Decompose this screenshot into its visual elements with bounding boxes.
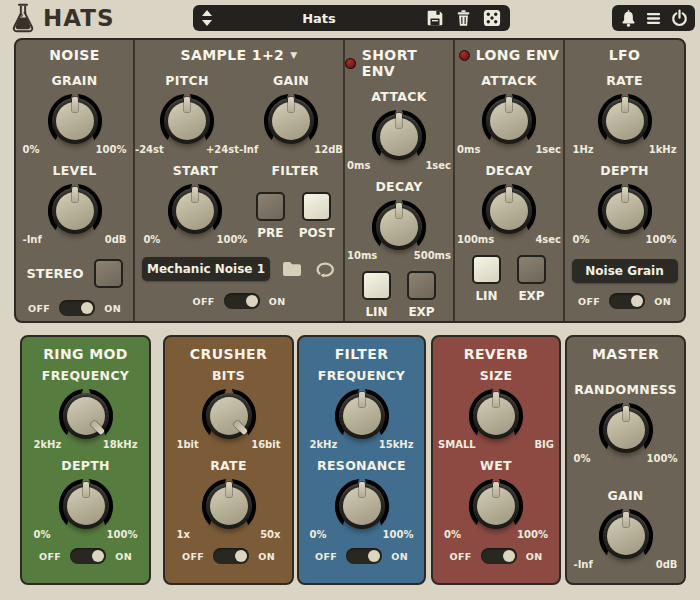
short-env-decay-group: DECAY 10ms500ms [347, 179, 451, 261]
reverb-power-toggle[interactable] [481, 548, 517, 564]
knob-body [602, 188, 648, 234]
crusher-bits-knob[interactable] [197, 385, 261, 447]
lfo-target-select[interactable]: Noise Grain [572, 259, 678, 283]
crusher-power-toggle[interactable] [213, 548, 249, 564]
lin-label: LIN [475, 289, 497, 303]
noise-power-toggle[interactable] [59, 300, 95, 316]
master-randomness-knob[interactable] [594, 399, 658, 461]
generators-panel: NOISE GRAIN 0%100% LEVEL -Inf0dB [14, 38, 686, 323]
knob-body [376, 204, 422, 250]
sample-section: SAMPLE 1+2 ▼ PITCH -24st+24st GAIN [135, 40, 345, 321]
off-label: OFF [449, 551, 471, 562]
noise-stereo-button[interactable] [94, 259, 123, 288]
knob-body [486, 188, 532, 234]
depth-label: DEPTH [61, 458, 110, 473]
dice-icon[interactable] [483, 9, 501, 27]
lfo-depth-knob[interactable] [593, 180, 657, 242]
noise-title: NOISE [49, 47, 99, 63]
lfo-section: LFO RATE 1Hz1kHz DEPTH 0%100% [565, 40, 684, 321]
pre-label: PRE [257, 226, 283, 240]
long-env-attack-knob[interactable] [477, 90, 541, 152]
noise-level-knob[interactable] [43, 180, 107, 242]
knob-body [164, 98, 210, 144]
knob-body [603, 407, 649, 453]
menu-icon[interactable] [644, 9, 663, 28]
attack-label: ATTACK [481, 73, 536, 88]
filter-resonance-knob[interactable] [330, 475, 394, 537]
filter-power-row: OFF ON [315, 548, 408, 564]
sample-power-toggle[interactable] [224, 293, 260, 309]
noise-grain-knob[interactable] [43, 90, 107, 152]
off-label: OFF [39, 551, 61, 562]
reverb-power-row: OFF ON [449, 548, 542, 564]
exp-button[interactable] [407, 271, 436, 300]
sample-start-knob[interactable] [163, 180, 227, 242]
preset-up-icon[interactable] [202, 10, 212, 16]
pre-button[interactable] [256, 192, 285, 221]
filter-frequency-knob[interactable] [330, 385, 394, 447]
long-env-exp: EXP [517, 255, 546, 303]
ring-mod-title: RING MOD [43, 346, 128, 362]
folder-icon[interactable] [282, 261, 302, 277]
short-env-section: SHORT ENV ATTACK 0ms1sec DECAY [345, 40, 455, 321]
short-env-attack-group: ATTACK 0ms1sec [347, 89, 451, 171]
exp-button[interactable] [517, 255, 546, 284]
short-env-title: SHORT ENV [345, 47, 453, 79]
long-env-decay-knob[interactable] [477, 180, 541, 242]
sample-pitch-knob[interactable] [155, 90, 219, 152]
post-label: POST [299, 226, 335, 240]
lin-button[interactable] [362, 271, 391, 300]
env-led-icon [459, 50, 470, 61]
sample-title[interactable]: SAMPLE 1+2 ▼ [180, 47, 297, 63]
crusher-title: CRUSHER [190, 346, 267, 362]
ring-mod-power-toggle[interactable] [70, 548, 106, 564]
gain-label: GAIN [607, 488, 643, 503]
sample-gain-knob[interactable] [259, 90, 323, 152]
knob-body [473, 393, 519, 439]
lfo-depth-label: DEPTH [600, 163, 649, 178]
off-label: OFF [192, 296, 214, 307]
filter-resonance-group: RESONANCE 0%100% [310, 458, 414, 540]
bell-icon[interactable] [619, 9, 638, 28]
ring-mod-frequency-knob[interactable] [54, 385, 118, 447]
lfo-power-toggle[interactable] [609, 293, 645, 309]
reverb-wet-group: WET 0%100% [444, 458, 548, 540]
filter-power-toggle[interactable] [346, 548, 382, 564]
frequency-label: FREQUENCY [318, 368, 405, 383]
knob-body [63, 393, 109, 439]
post-button[interactable] [302, 192, 331, 221]
crusher-rate-knob[interactable] [197, 475, 261, 537]
loop-icon[interactable] [314, 261, 336, 278]
short-env-attack-knob[interactable] [367, 106, 431, 168]
reverb-size-knob[interactable] [464, 385, 528, 447]
preset-arrows [202, 10, 212, 26]
exp-label: EXP [408, 305, 434, 319]
sample-pitch-label: PITCH [165, 73, 208, 88]
sample-select[interactable]: Mechanic Noise 1 [142, 257, 270, 281]
save-icon[interactable] [426, 9, 444, 27]
short-env-decay-knob[interactable] [367, 196, 431, 258]
master-gain-knob[interactable] [594, 505, 658, 567]
master-gain-group: GAIN -Inf0dB [574, 488, 678, 570]
lin-button[interactable] [472, 255, 501, 284]
noise-grain-label: GRAIN [51, 73, 97, 88]
flask-icon [10, 3, 36, 33]
sample-file-row: Mechanic Noise 1 [142, 257, 336, 281]
crusher-panel: CRUSHER BITS 1bit16bit RATE 1x50x OFF [163, 335, 294, 585]
lfo-rate-knob[interactable] [593, 90, 657, 152]
reverb-wet-knob[interactable] [464, 475, 528, 537]
trash-icon[interactable] [455, 9, 472, 27]
power-icon[interactable] [670, 9, 689, 28]
knob-body [602, 98, 648, 144]
sample-filter-group: FILTER PRE POST [256, 163, 335, 245]
knob-body [268, 98, 314, 144]
frequency-label: FREQUENCY [42, 368, 129, 383]
preset-name[interactable]: Hats [212, 11, 426, 26]
ring-mod-panel: RING MOD FREQUENCY 2kHz18kHz DEPTH 0%100… [20, 335, 151, 585]
ring-mod-depth-knob[interactable] [54, 475, 118, 537]
reverb-panel: REVERB SIZE SMALLBIG WET 0%100% OFF [431, 335, 561, 585]
filter-panel: FILTER FREQUENCY 2kHz15kHz RESONANCE 0%1… [297, 335, 426, 585]
master-title: MASTER [592, 346, 659, 362]
decay-label: DECAY [485, 163, 532, 178]
preset-down-icon[interactable] [202, 20, 212, 26]
